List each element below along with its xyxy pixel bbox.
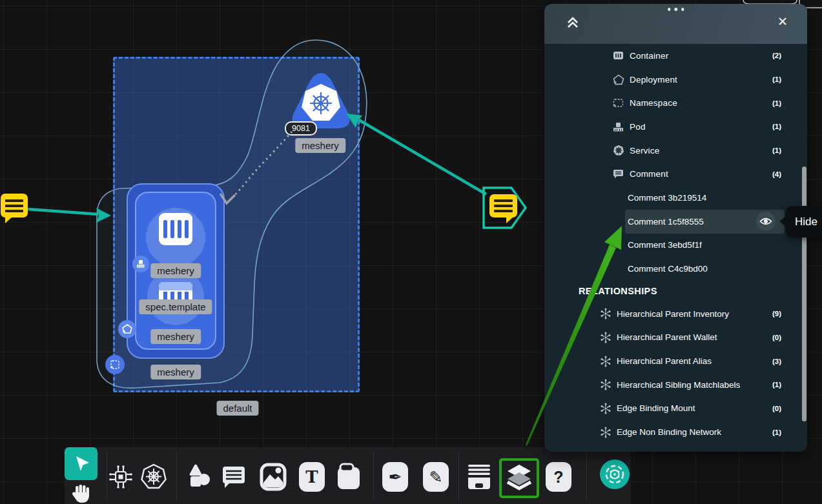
- design-canvas[interactable]: meshery spec.template meshery meshery me…: [0, 0, 822, 504]
- row-count: (4): [772, 170, 781, 178]
- comment-bubble-right[interactable]: [489, 194, 517, 217]
- pod-badge-icon: [132, 256, 149, 272]
- comment-item-highlighted[interactable]: Comment 1c5f8555: [625, 210, 785, 234]
- relationship-icon: [599, 403, 612, 414]
- service-label: meshery: [295, 138, 345, 153]
- drawer-tool-button[interactable]: [465, 461, 493, 492]
- relationship-icon: [599, 308, 612, 319]
- row-label: Service: [630, 146, 772, 156]
- service-port-label: 9081: [285, 121, 317, 136]
- edge-pen-tool-button[interactable]: ✒: [381, 461, 409, 492]
- pencil-icon: ✎: [429, 468, 443, 487]
- frame-note-icon: [335, 462, 362, 492]
- meshery-logo-icon: [604, 463, 626, 485]
- help-button[interactable]: ?: [544, 461, 573, 492]
- panel-row-container[interactable]: Container (2): [544, 44, 807, 68]
- hide-tooltip: Hide: [786, 206, 822, 237]
- relationship-icon: [599, 379, 612, 390]
- pan-tool-button[interactable]: [70, 483, 92, 504]
- container-icon[interactable]: [159, 213, 192, 245]
- namespace-node-label: meshery: [150, 365, 201, 379]
- spec-template-label: spec.template: [139, 299, 212, 314]
- meshery-logo-button[interactable]: [600, 459, 630, 489]
- panel-row-service[interactable]: Service (1): [544, 139, 807, 163]
- comment-item[interactable]: Comment C4c9bd00: [625, 257, 785, 281]
- relationship-row[interactable]: Hierarchical Parent Inventory (9): [544, 302, 807, 326]
- row-count: (1): [772, 123, 781, 130]
- deployment-icon: [612, 74, 624, 85]
- shapes-tool-button[interactable]: [185, 461, 213, 492]
- relationship-icon: [599, 332, 612, 343]
- layers-panel-header[interactable]: ✕: [544, 4, 807, 44]
- panel-row-namespace[interactable]: Namespace (1): [544, 91, 807, 115]
- row-label: Namespace: [630, 98, 772, 108]
- comment-bubble-left[interactable]: [1, 194, 28, 217]
- cursor-icon: [72, 454, 91, 474]
- relationships-section-title: RELATIONSHIPS: [544, 281, 807, 302]
- row-label: Pod: [630, 122, 772, 132]
- relationship-row[interactable]: Edge Binding Mount (0): [544, 397, 807, 421]
- comment-tool-button[interactable]: [219, 461, 247, 492]
- layers-panel: ✕ Container (2) Deployment (1): [544, 4, 807, 452]
- pod-icon: [612, 122, 624, 132]
- row-count: (1): [772, 146, 781, 154]
- service-icon: [612, 145, 624, 156]
- layers-tool-button[interactable]: [505, 461, 533, 492]
- relationship-row[interactable]: Hierarchical Sibling Matchlabels (1): [544, 373, 807, 397]
- comment-icon: [612, 169, 624, 179]
- drag-handle-icon[interactable]: [668, 8, 684, 11]
- panel-scrollbar[interactable]: [802, 166, 807, 421]
- deployment-label: meshery: [150, 329, 201, 344]
- relationship-row[interactable]: Hierarchical Parent Wallet (0): [544, 326, 807, 350]
- close-icon[interactable]: ✕: [777, 14, 788, 29]
- image-icon: [260, 462, 287, 492]
- pod-label: meshery: [150, 263, 201, 278]
- row-count: (2): [772, 52, 781, 59]
- visibility-eye-icon[interactable]: [756, 212, 776, 231]
- namespace-badge-icon: [105, 355, 125, 374]
- relationship-row[interactable]: Hierarchical Parent Alias (3): [544, 349, 807, 373]
- image-tool-button[interactable]: [259, 461, 287, 492]
- panel-row-comment[interactable]: Comment (4): [544, 162, 807, 186]
- deployment-badge-icon: [118, 320, 136, 338]
- integrations-tool-button[interactable]: [107, 461, 135, 492]
- row-label: Deployment: [630, 75, 772, 85]
- kubernetes-icon: [140, 463, 167, 490]
- hand-icon: [70, 483, 92, 504]
- help-icon: ?: [553, 468, 563, 487]
- text-tool-button[interactable]: T: [298, 461, 326, 492]
- shapes-icon: [185, 463, 212, 490]
- row-label: Container: [630, 51, 772, 61]
- row-label: Comment: [630, 169, 772, 179]
- layers-icon: [505, 463, 533, 491]
- frame-tool-button[interactable]: [334, 461, 363, 492]
- relationship-icon: [599, 356, 612, 367]
- comment-item[interactable]: Comment 3ebd5f1f: [625, 234, 785, 257]
- circuit-icon: [108, 464, 134, 490]
- namespace-name-label: default: [216, 401, 258, 416]
- kubernetes-tool-button[interactable]: [139, 461, 168, 492]
- panel-row-pod[interactable]: Pod (1): [544, 115, 807, 139]
- relationship-icon: [599, 427, 612, 438]
- select-tool-button[interactable]: [65, 447, 98, 480]
- drawer-icon: [466, 463, 493, 490]
- freehand-tool-button[interactable]: ✎: [422, 461, 450, 492]
- namespace-icon: [612, 98, 624, 108]
- text-tool-icon: T: [305, 467, 318, 487]
- bottom-toolbar: T ✒ ✎: [65, 447, 631, 504]
- collapse-up-icon[interactable]: [565, 15, 582, 32]
- row-count: (1): [772, 99, 781, 107]
- comment-item[interactable]: Comment 3b219514: [625, 186, 785, 210]
- pen-icon: ✒: [389, 468, 402, 487]
- row-count: (1): [772, 76, 781, 83]
- panel-row-deployment[interactable]: Deployment (1): [544, 68, 807, 92]
- container-icon: [612, 51, 624, 60]
- comment-tool-icon: [220, 464, 246, 490]
- relationship-row[interactable]: Edge Non Binding Network (1): [544, 420, 807, 444]
